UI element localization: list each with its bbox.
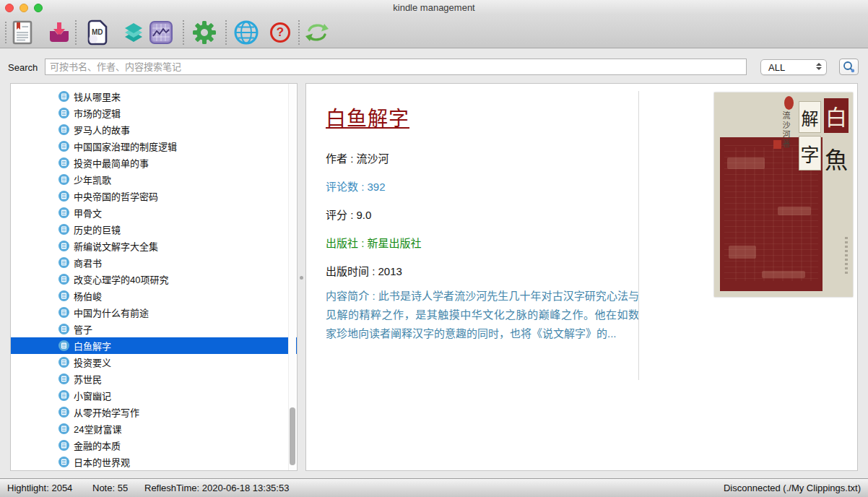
- book-list-item[interactable]: 中央帝国的哲学密码: [11, 188, 297, 204]
- book-item-label: 商君书: [74, 256, 102, 269]
- notebook-icon: [58, 108, 69, 118]
- book-item-label: 金融的本质: [74, 438, 121, 452]
- refresh-sync-icon: [305, 22, 329, 43]
- book-list-item[interactable]: 日本的世界观: [11, 454, 297, 470]
- comments-field: 评论数 : 392: [326, 178, 386, 194]
- toolbar-separator: [183, 20, 184, 45]
- cover-oval-seal: [784, 96, 794, 110]
- book-item-label: 钱从哪里来: [74, 90, 121, 103]
- book-item-label: 甲骨文: [74, 206, 102, 220]
- cover-publisher-strip: [845, 236, 848, 274]
- cover-char-yu: 魚: [824, 136, 849, 181]
- book-list-item[interactable]: 钱从哪里来: [11, 88, 297, 105]
- book-list-item[interactable]: 中国国家治理的制度逻辑: [11, 138, 297, 155]
- filter-dropdown[interactable]: ALL: [760, 59, 827, 75]
- connection-status: Disconnected (./My Clippings.txt): [724, 483, 861, 493]
- cover-square-seal: [773, 140, 781, 149]
- cover-char-bai: 白: [824, 98, 849, 133]
- globe-icon: [233, 20, 259, 46]
- search-icon: [843, 61, 856, 74]
- book-list-item[interactable]: 金融的本质: [11, 437, 297, 454]
- statistics-button[interactable]: [145, 18, 177, 47]
- book-list-item[interactable]: 甲骨文: [11, 204, 297, 221]
- book-list-item[interactable]: 苏世民: [11, 371, 297, 387]
- book-title-link[interactable]: 白鱼解字: [326, 103, 409, 131]
- statistics-chart-icon: [149, 20, 173, 45]
- book-list-item[interactable]: 历史的巨镜: [11, 221, 297, 238]
- intro-text: 内容简介 : 此书是诗人学者流沙河先生几十年对古汉字研究心法与见解的精粹之作，是…: [326, 287, 639, 343]
- book-list-item[interactable]: 24堂财富课: [11, 420, 297, 437]
- book-list-item[interactable]: 投资中最简单的事: [11, 155, 297, 171]
- book-list-item[interactable]: 商君书: [11, 254, 297, 271]
- notebook-icon: [58, 340, 69, 351]
- book-item-label: 24堂财富课: [74, 422, 121, 436]
- search-label: Search: [8, 62, 38, 73]
- pubtime-field: 出版时间 : 2013: [326, 263, 402, 278]
- notebook-icon: [58, 124, 69, 135]
- book-list: 钱从哪里来市场的逻辑罗马人的故事中国国家治理的制度逻辑投资中最简单的事少年凯歌中…: [11, 88, 297, 470]
- markdown-export-button[interactable]: MD: [82, 18, 113, 47]
- notebook-icon: [58, 91, 69, 102]
- chevron-updown-icon: [816, 63, 822, 70]
- notebook-icon: [58, 157, 69, 168]
- sidebar-scrollbar[interactable]: [288, 84, 296, 470]
- book-list-item[interactable]: 小窗幽记: [11, 387, 297, 404]
- book-cover-image: 白 魚 解 字 流沙河著: [714, 92, 853, 297]
- book-list-item[interactable]: 杨伯峻: [11, 288, 297, 304]
- help-button[interactable]: ?: [264, 18, 296, 47]
- import-clippings-button[interactable]: [43, 18, 75, 47]
- book-item-label: 市场的逻辑: [74, 106, 121, 120]
- book-list-item[interactable]: 从零开始学写作: [11, 404, 297, 420]
- book-item-label: 小窗幽记: [74, 389, 111, 402]
- book-list-item[interactable]: 市场的逻辑: [11, 105, 297, 121]
- book-list-item[interactable]: 改变心理学的40项研究: [11, 271, 297, 288]
- author-field: 作者 : 流沙河: [326, 150, 389, 165]
- book-item-label: 杨伯峻: [74, 289, 102, 303]
- toolbar-separator: [298, 20, 300, 45]
- book-item-label: 投资中最简单的事: [74, 156, 149, 170]
- note-count: Note: 55: [92, 483, 128, 493]
- book-list-item[interactable]: 新编说文解字大全集: [11, 238, 297, 254]
- titlebar-toolbar: kindle management: [0, 0, 868, 48]
- settings-button[interactable]: [188, 18, 220, 47]
- cover-char-jie: 解: [799, 101, 821, 133]
- notebook-icon: [58, 390, 69, 401]
- notebook-icon: [58, 457, 69, 467]
- book-list-item[interactable]: 管子: [11, 321, 297, 337]
- highlight-count: Hightlight: 2054: [7, 483, 72, 493]
- book-item-label: 罗马人的故事: [74, 123, 130, 137]
- book-list-item[interactable]: 中国为什么有前途: [11, 304, 297, 321]
- status-bar: Hightlight: 2054 Note: 55 RefleshTime: 2…: [0, 478, 868, 497]
- notebook-icon: [58, 440, 69, 451]
- rating-field: 评分 : 9.0: [326, 207, 371, 222]
- book-list-item[interactable]: 少年凯歌: [11, 171, 297, 188]
- scrollbar-thumb[interactable]: [290, 407, 295, 465]
- refresh-button[interactable]: [301, 18, 333, 47]
- book-item-label: 新编说文解字大全集: [74, 239, 158, 253]
- book-item-label: 中国为什么有前途: [74, 306, 149, 319]
- layers-icon: [123, 22, 144, 43]
- note-document-button[interactable]: [6, 18, 38, 47]
- notebook-icon: [58, 174, 69, 185]
- website-button[interactable]: [230, 18, 262, 47]
- book-item-label: 少年凯歌: [74, 173, 111, 186]
- notebook-icon: [58, 324, 69, 334]
- book-item-label: 中国国家治理的制度逻辑: [74, 139, 177, 153]
- detail-panel: 白鱼解字 作者 : 流沙河 评论数 : 392 评分 : 9.0 出版社 : 新…: [305, 83, 858, 471]
- notebook-icon: [58, 307, 69, 318]
- notebook-icon: [58, 423, 69, 434]
- search-input[interactable]: [45, 59, 747, 75]
- notebook-icon: [58, 224, 69, 235]
- svg-text:MD: MD: [92, 28, 103, 36]
- splitter-handle[interactable]: [300, 276, 303, 280]
- search-button[interactable]: [839, 59, 859, 75]
- book-item-label: 日本的世界观: [74, 455, 130, 469]
- book-item-label: 管子: [74, 322, 92, 336]
- book-list-item[interactable]: 投资要义: [11, 354, 297, 371]
- book-list-item[interactable]: 白鱼解字: [11, 337, 297, 354]
- book-item-label: 改变心理学的40项研究: [74, 272, 168, 286]
- book-list-item[interactable]: 罗马人的故事: [11, 121, 297, 138]
- reflesh-time: RefleshTime: 2020-06-18 13:35:53: [144, 483, 289, 493]
- book-item-label: 苏世民: [74, 372, 102, 386]
- publisher-field: 出版社 : 新星出版社: [326, 235, 422, 250]
